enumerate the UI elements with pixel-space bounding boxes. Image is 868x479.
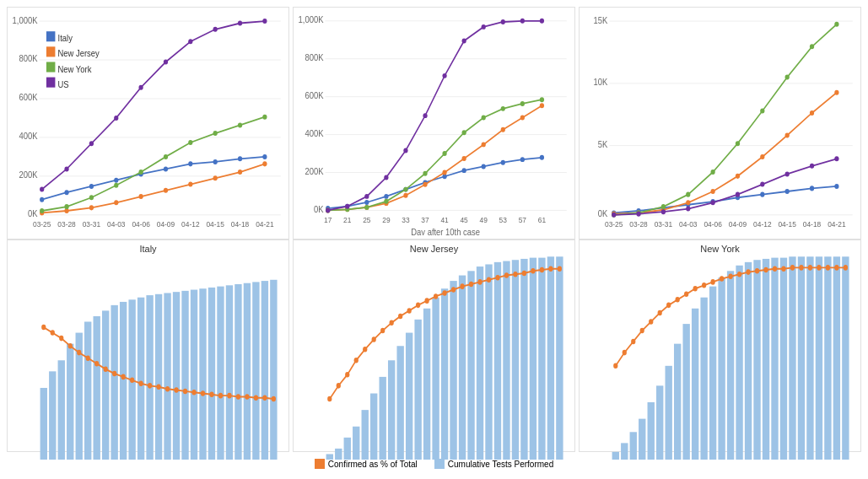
svg-point-71 <box>384 194 388 199</box>
svg-point-286 <box>513 272 517 277</box>
svg-rect-240 <box>344 438 351 460</box>
svg-point-9 <box>114 178 118 183</box>
svg-point-8 <box>89 184 94 189</box>
svg-point-32 <box>188 140 192 145</box>
svg-rect-325 <box>816 256 822 460</box>
x-label: 04-21 <box>256 220 273 229</box>
svg-point-169 <box>736 192 740 197</box>
svg-rect-245 <box>388 360 395 460</box>
x-label: 04-06 <box>132 220 149 229</box>
svg-point-288 <box>531 268 535 274</box>
svg-point-111 <box>462 39 466 44</box>
svg-rect-49 <box>46 78 55 88</box>
svg-rect-249 <box>423 309 430 460</box>
y-label: 0K <box>314 204 324 214</box>
svg-point-349 <box>790 265 795 271</box>
svg-point-104 <box>326 207 330 213</box>
svg-point-337 <box>684 292 688 298</box>
svg-rect-263 <box>547 256 554 460</box>
bottom-charts: Italy <box>7 240 861 452</box>
y-label: 600K <box>19 93 37 103</box>
svg-point-227 <box>272 396 276 402</box>
svg-rect-310 <box>682 324 689 460</box>
bottom-row: Italy <box>7 240 861 472</box>
svg-rect-307 <box>656 385 663 460</box>
y-label: 400K <box>305 128 323 138</box>
svg-point-336 <box>676 297 680 303</box>
chart-title-nj: New Jersey <box>297 244 571 254</box>
svg-point-75 <box>462 168 466 173</box>
svg-point-25 <box>262 161 267 166</box>
svg-point-20 <box>138 194 143 199</box>
svg-point-331 <box>631 339 635 345</box>
svg-point-278 <box>442 290 446 296</box>
svg-point-213 <box>148 383 152 389</box>
svg-rect-314 <box>718 277 725 460</box>
svg-point-160 <box>760 108 764 113</box>
svg-point-334 <box>658 310 662 316</box>
svg-rect-328 <box>842 256 849 460</box>
svg-rect-190 <box>181 291 188 460</box>
svg-point-37 <box>64 166 68 171</box>
svg-text:53: 53 <box>499 215 507 224</box>
svg-point-149 <box>736 174 740 179</box>
svg-point-143 <box>834 184 838 189</box>
svg-point-276 <box>424 298 429 304</box>
svg-point-150 <box>760 154 764 159</box>
svg-point-41 <box>164 59 168 64</box>
svg-rect-311 <box>692 309 698 460</box>
svg-rect-243 <box>370 394 377 460</box>
svg-point-153 <box>834 90 838 95</box>
svg-rect-246 <box>396 346 403 460</box>
svg-point-140 <box>760 192 764 197</box>
svg-point-85 <box>423 182 427 187</box>
svg-rect-312 <box>700 298 707 460</box>
svg-text:17: 17 <box>324 215 332 224</box>
svg-point-219 <box>201 390 205 396</box>
svg-point-141 <box>785 189 790 194</box>
svg-point-101 <box>501 106 505 111</box>
svg-point-209 <box>112 371 116 377</box>
svg-point-266 <box>337 383 341 389</box>
svg-point-86 <box>442 170 446 175</box>
svg-text:03-31: 03-31 <box>655 220 672 229</box>
svg-rect-262 <box>538 258 545 460</box>
svg-rect-259 <box>512 260 519 460</box>
svg-rect-242 <box>362 410 369 460</box>
svg-point-113 <box>501 19 505 24</box>
svg-point-88 <box>482 142 486 147</box>
legend-nj: New Jersey <box>58 49 100 59</box>
svg-rect-304 <box>630 432 637 460</box>
svg-text:37: 37 <box>421 215 429 224</box>
svg-rect-195 <box>226 285 233 460</box>
svg-text:04-15: 04-15 <box>778 220 795 229</box>
svg-point-31 <box>164 154 168 159</box>
svg-point-289 <box>540 267 544 273</box>
svg-rect-261 <box>530 258 536 460</box>
x-axis-label: Day after 10th case <box>411 227 480 235</box>
svg-rect-254 <box>467 271 474 460</box>
svg-point-35 <box>262 115 267 120</box>
svg-point-103 <box>540 97 544 102</box>
svg-point-166 <box>661 209 666 214</box>
svg-point-208 <box>104 366 108 372</box>
svg-point-215 <box>165 386 170 392</box>
svg-point-277 <box>434 293 438 299</box>
svg-point-29 <box>114 183 118 188</box>
svg-point-330 <box>623 350 627 356</box>
x-label: 03-25 <box>33 220 51 229</box>
svg-rect-48 <box>46 62 55 72</box>
svg-rect-183 <box>120 302 127 460</box>
chart-top-middle-svg: 1,000K 800K 600K 400K 200K 0K 17 21 25 2… <box>297 11 571 235</box>
svg-point-351 <box>808 265 812 271</box>
svg-rect-199 <box>261 281 268 460</box>
svg-rect-247 <box>406 333 412 460</box>
svg-point-210 <box>121 374 126 380</box>
svg-point-167 <box>686 207 690 212</box>
svg-point-269 <box>363 347 367 353</box>
svg-point-148 <box>710 189 714 194</box>
y-label: 1,000K <box>299 15 324 25</box>
svg-rect-315 <box>727 271 734 460</box>
svg-point-271 <box>380 328 385 334</box>
svg-point-100 <box>482 116 486 121</box>
